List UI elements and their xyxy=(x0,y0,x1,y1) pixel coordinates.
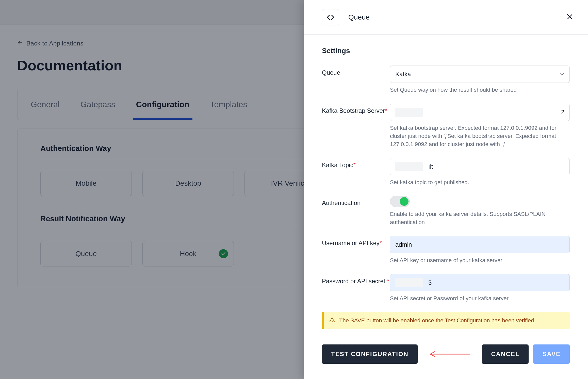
row-auth: Authentication Enable to add your kafka … xyxy=(322,196,570,226)
code-icon xyxy=(322,9,339,25)
helper-password: Set API secret or Password of your kafka… xyxy=(390,294,570,303)
row-queue: Queue Kafka Set Queue way on how the res… xyxy=(322,66,570,94)
close-icon xyxy=(566,13,574,22)
drawer-header: Queue xyxy=(304,0,588,35)
label-queue: Queue xyxy=(322,66,390,76)
label-bootstrap: Kafka Bootstrap Server* xyxy=(322,104,390,114)
username-field[interactable] xyxy=(395,236,564,253)
queue-drawer: Queue Settings Queue Kafka xyxy=(304,0,588,379)
masked-value-icon xyxy=(395,108,423,117)
label-password: Password or API secret:* xyxy=(322,274,390,285)
password-input[interactable]: 3 xyxy=(390,274,570,291)
drawer-title: Queue xyxy=(348,13,370,21)
queue-select-value: Kafka xyxy=(395,71,411,78)
helper-queue: Set Queue way on how the result should b… xyxy=(390,86,570,94)
cancel-button[interactable]: CANCEL xyxy=(482,344,529,364)
bootstrap-input[interactable]: 2 xyxy=(390,104,570,121)
row-password: Password or API secret:* 3 Set API secre… xyxy=(322,274,570,303)
password-value-tail: 3 xyxy=(428,279,432,286)
label-username: Username or API key* xyxy=(322,236,390,247)
label-auth: Authentication xyxy=(322,196,390,207)
topic-input[interactable]: ılt xyxy=(390,158,570,175)
bootstrap-value-tail: 2 xyxy=(561,109,564,116)
save-disabled-banner: The SAVE button will be enabled once the… xyxy=(322,312,570,329)
toggle-knob xyxy=(400,197,409,206)
drawer-footer: TEST CONFIGURATION CANCEL SAVE xyxy=(304,332,588,379)
banner-text: The SAVE button will be enabled once the… xyxy=(339,317,534,324)
close-button[interactable] xyxy=(564,12,575,23)
settings-heading: Settings xyxy=(322,47,570,55)
username-input[interactable] xyxy=(390,236,570,253)
helper-bootstrap: Set kafka bootstrap server. Expected for… xyxy=(390,124,570,148)
label-topic: Kafka Topic* xyxy=(322,158,390,169)
masked-value-icon xyxy=(395,278,423,287)
test-configuration-button[interactable]: TEST CONFIGURATION xyxy=(322,344,418,364)
row-bootstrap: Kafka Bootstrap Server* 2 Set kafka boot… xyxy=(322,104,570,148)
drawer-body: Settings Queue Kafka Set Queue way on ho… xyxy=(304,35,588,332)
annotation-arrow-icon xyxy=(427,351,470,357)
svg-point-4 xyxy=(332,321,332,322)
chevron-down-icon xyxy=(559,71,564,78)
auth-toggle[interactable] xyxy=(390,196,410,207)
row-username: Username or API key* Set API key or user… xyxy=(322,236,570,264)
queue-select[interactable]: Kafka xyxy=(390,66,570,83)
save-button[interactable]: SAVE xyxy=(533,344,570,364)
topic-value-tail: ılt xyxy=(428,163,433,170)
warning-icon xyxy=(329,317,335,324)
helper-auth: Enable to add your kafka server details.… xyxy=(390,210,570,226)
helper-username: Set API key or username of your kafka se… xyxy=(390,256,570,264)
helper-topic: Set kafka topic to get published. xyxy=(390,178,570,186)
row-topic: Kafka Topic* ılt Set kafka topic to get … xyxy=(322,158,570,186)
masked-value-icon xyxy=(395,162,423,171)
